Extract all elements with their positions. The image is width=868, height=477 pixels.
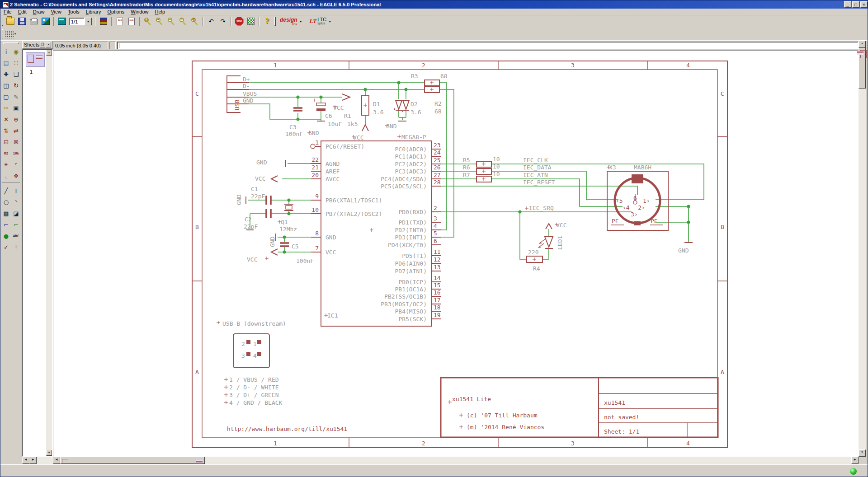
run-script-button[interactable]: SCR — [114, 16, 125, 27]
close-panel-button[interactable]: × — [46, 42, 51, 47]
value-tool[interactable]: 10k — [11, 148, 21, 159]
toolbar-grip[interactable] — [2, 29, 3, 38]
schematic-label: 3 — [241, 352, 245, 359]
help-button[interactable]: ? — [262, 16, 273, 27]
mark-tool[interactable]: ∷ — [11, 57, 21, 69]
move-tool[interactable]: ✚ — [1, 69, 11, 80]
ltc-spice-button[interactable]: LT LTC spice ▼ — [310, 18, 334, 25]
zoom-redraw-button[interactable]: ⟲ — [189, 16, 200, 27]
net-tool[interactable]: ⌐ — [11, 219, 21, 230]
run-ulp-button[interactable]: ULP — [126, 16, 137, 27]
library-button[interactable] — [98, 16, 109, 27]
text-tool[interactable]: T — [11, 185, 21, 196]
info-tool[interactable]: i — [1, 46, 11, 57]
sheet-thumbnail[interactable] — [26, 52, 45, 67]
junction-tool[interactable]: ● — [1, 230, 11, 242]
menu-item-view[interactable]: View — [47, 9, 65, 15]
menu-item-edit[interactable]: Edit — [15, 9, 30, 15]
float-panel-button[interactable]: ❐ — [40, 42, 45, 47]
replace-tool[interactable]: ⊠ — [11, 136, 21, 148]
go-button[interactable] — [245, 16, 256, 27]
grid-button[interactable]: ▾ — [5, 28, 16, 39]
circle-tool[interactable]: ○ — [1, 196, 11, 208]
sheet-selector[interactable]: 1/1▼ — [69, 18, 92, 25]
menu-item-options[interactable]: Options — [104, 9, 127, 15]
design-link-button[interactable]: design link ▼ — [280, 17, 304, 26]
menu-item-tools[interactable]: Tools — [65, 9, 83, 15]
erc-tool[interactable]: ✓ — [1, 242, 11, 253]
horizontal-scrollbar[interactable]: ◀ ▶ — [53, 457, 859, 464]
export-image-button[interactable] — [40, 16, 51, 27]
scroll-down-icon[interactable]: ▼ — [859, 449, 866, 457]
scroll-right-icon[interactable]: ▶ — [29, 457, 37, 464]
scroll-left-icon[interactable]: ◀ — [53, 457, 60, 464]
miter-tool[interactable]: ◜ — [11, 159, 21, 170]
print-button[interactable] — [28, 16, 39, 27]
rect-tool[interactable]: ▩ — [1, 208, 11, 219]
zoom-out-button[interactable]: − — [166, 16, 177, 27]
scroll-up-icon[interactable]: ▲ — [859, 41, 866, 48]
add-tool[interactable]: ⊕ — [11, 114, 21, 125]
open-button[interactable] — [5, 16, 16, 27]
show-tool[interactable]: ◉ — [11, 46, 21, 57]
palette-separator — [2, 182, 20, 184]
rotate-tool[interactable]: ↻ — [11, 80, 21, 91]
menu-item-help[interactable]: Help — [151, 9, 168, 15]
menu-item-window[interactable]: Window — [127, 9, 151, 15]
vertical-scrollbar[interactable]: ▲ ▼ — [859, 41, 866, 457]
menu-item-library[interactable]: Library — [83, 9, 104, 15]
sheets-hscrollbar[interactable]: ◀ ▶ — [22, 457, 53, 464]
vertical-scroll-thumb[interactable] — [859, 48, 866, 89]
copy-tool[interactable]: ❑ — [11, 69, 21, 80]
horizontal-scroll-thumb[interactable] — [60, 457, 205, 464]
close-button[interactable]: × — [860, 1, 868, 8]
zoom-in-button[interactable]: + — [154, 16, 165, 27]
undo-button[interactable]: ↶ — [206, 16, 217, 27]
redo-button[interactable]: ↷ — [217, 16, 228, 27]
delete-tool[interactable]: ✕ — [1, 114, 11, 125]
menu-item-draw[interactable]: Draw — [30, 9, 48, 15]
smash-tool[interactable]: ✴ — [1, 159, 11, 170]
name-tool[interactable]: R2 — [1, 148, 11, 159]
change-tool[interactable]: ✎ — [11, 91, 21, 103]
zoom-fit-button[interactable]: ▭ — [142, 16, 153, 27]
mirror-tool[interactable]: ◫ — [1, 80, 11, 91]
arc-tool[interactable]: ◝ — [11, 196, 21, 208]
miter2-tool[interactable]: ◟ — [1, 170, 11, 182]
command-input[interactable] — [117, 42, 859, 49]
bus-tool[interactable]: ⌐ — [1, 219, 11, 230]
schematic-canvas[interactable]: D+D-VBUSGNDUSBVCCC610uFR11k5C3100nFGND+R… — [53, 50, 859, 457]
zoom-select-button[interactable]: ≡ — [178, 16, 189, 27]
polygon-tool[interactable]: ◪ — [11, 208, 21, 219]
label-tool[interactable]: ABC — [11, 230, 21, 242]
paste-tool[interactable]: ▣ — [11, 103, 21, 114]
switch-board-button[interactable] — [57, 16, 67, 27]
toolbar-grip[interactable] — [274, 17, 276, 26]
menu-item-file[interactable]: File — [0, 9, 15, 15]
title-bar[interactable]: 2 Schematic - C:\Documents and Settings\… — [0, 0, 868, 9]
gateswap-tool[interactable]: ⇄ — [11, 125, 21, 136]
toolbar-grip[interactable] — [2, 17, 3, 26]
display-tool[interactable]: ▤ — [1, 57, 11, 69]
schematic-label: 3 — [434, 215, 437, 222]
wire-tool[interactable]: ╱ — [1, 185, 11, 196]
scroll-left-icon[interactable]: ◀ — [22, 457, 29, 464]
palette-grip[interactable] — [3, 42, 19, 44]
status-indicator-icon — [850, 468, 857, 475]
maximize-button[interactable]: □ — [852, 1, 859, 8]
errors-tool[interactable]: ! — [11, 242, 21, 253]
scroll-down-icon[interactable]: ▼ — [46, 450, 52, 456]
stop-button[interactable]: STOP — [234, 16, 245, 27]
split-tool[interactable]: ❖ — [11, 170, 21, 182]
cut-tool[interactable]: ✂ — [1, 103, 11, 114]
invoke-tool[interactable]: ⊟ — [1, 136, 11, 148]
group-tool[interactable]: ▢ — [1, 91, 11, 103]
pinswap-tool[interactable]: ⇅ — [1, 125, 11, 136]
save-button[interactable] — [17, 16, 28, 27]
chevron-down-icon[interactable]: ▼ — [85, 18, 92, 25]
sheets-scrollbar[interactable]: ▲ ▼ — [46, 50, 52, 456]
scroll-up-icon[interactable]: ▲ — [46, 50, 52, 56]
scroll-right-icon[interactable]: ▶ — [851, 457, 859, 464]
cursor-position: 0.05 inch (3.05 0.40) — [53, 42, 108, 49]
minimize-button[interactable]: _ — [844, 1, 851, 8]
